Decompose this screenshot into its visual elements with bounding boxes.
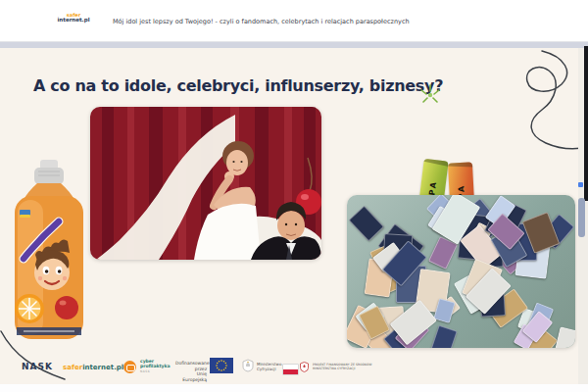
slide-heading: A co na to idole, celebryci, influnserzy…	[33, 76, 443, 95]
eu-flag-icon	[210, 358, 233, 373]
wedding-photo	[90, 107, 321, 260]
eu-text-line1: Dofinansowane przez	[175, 361, 207, 371]
bottom-strip	[0, 384, 588, 392]
chat-bubble-icon	[123, 361, 136, 373]
wedding-photo-art	[90, 107, 321, 260]
logo-word-internet: internet.pl	[51, 18, 96, 24]
eu-text-line2: Unię Europejską	[175, 371, 207, 382]
nask-logo: NASK	[22, 362, 53, 371]
crest-icon	[300, 362, 309, 372]
ministry-line2: Cyfryzacji	[257, 367, 281, 371]
poland-flag-icon	[282, 364, 299, 375]
cyber-line3: NASK	[140, 369, 150, 373]
saferinternet-part1: safer	[63, 364, 82, 371]
funding-text: PROJEKT FINANSOWANY ZE ŚRODKÓW MINISTERS…	[313, 364, 372, 371]
presentation-viewer: { "header": { "logo_top": "safer", "logo…	[0, 0, 588, 392]
window-edge	[584, 46, 588, 201]
photocard	[552, 326, 575, 348]
eagle-emblem-icon	[242, 359, 254, 372]
funding-line2: MINISTERSTWA CYFRYZACJI	[313, 368, 372, 371]
top-bar: safer internet.pl Mój idol jest lepszy o…	[0, 0, 588, 42]
squiggle-doodle	[477, 49, 588, 159]
photocards-photo	[347, 195, 575, 348]
sparkle-doodle-icon	[417, 82, 443, 108]
cyber-line2: profilaktyka	[140, 364, 171, 368]
scroll-marker	[578, 182, 583, 187]
scrollbar-thumb[interactable]	[578, 198, 585, 237]
eu-funding-text: Dofinansowane przez Unię Europejską	[175, 361, 207, 382]
curve-doodle	[0, 329, 69, 384]
ministry-text: Ministerstwo Cyfryzacji	[257, 362, 281, 371]
candy-cap	[448, 162, 474, 167]
candy-cap	[421, 159, 448, 167]
safer-internet-logo: safer internet.pl	[51, 13, 96, 24]
slide-canvas: A co na to idole, celebryci, influnserzy…	[0, 48, 588, 384]
bottle-image	[8, 159, 90, 343]
saferinternet-logo: saferinternet.pl	[63, 364, 123, 371]
photocard	[430, 325, 457, 348]
saferinternet-part2: internet.pl	[82, 364, 123, 371]
photocard	[349, 206, 385, 242]
webinar-title: Mój idol jest lepszy od Twojego! - czyli…	[113, 18, 410, 25]
